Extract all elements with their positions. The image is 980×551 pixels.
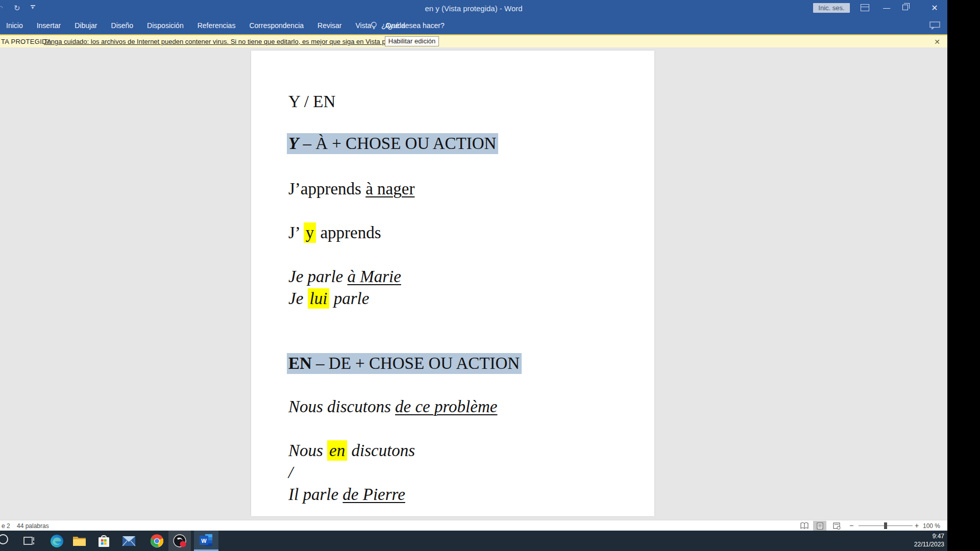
close-button[interactable]: ✕ (927, 2, 942, 14)
lightbulb-icon (371, 21, 377, 30)
taskbar-edge-button[interactable] (45, 531, 68, 551)
read-mode-icon (800, 522, 808, 529)
clock-date: 22/11/2023 (888, 540, 944, 548)
ribbon-tabs: Inicio Insertar Dibujar Diseño Disposici… (6, 17, 405, 34)
doc-line-example-1: J’apprends à nager (288, 178, 414, 200)
store-icon (97, 534, 110, 547)
zoom-level[interactable]: 100 % (923, 522, 940, 530)
tab-revisar[interactable]: Revisar (317, 21, 341, 30)
mail-icon (122, 536, 136, 546)
highlighted-text-run: lui (308, 288, 330, 309)
comment-bubble-icon[interactable] (929, 21, 940, 30)
doc-line-example-6: Nous en discutons (288, 440, 415, 462)
task-view-icon (23, 536, 36, 546)
taskbar-mail-button[interactable] (117, 531, 140, 551)
text-run: parle (329, 289, 369, 308)
web-layout-button[interactable] (830, 521, 843, 531)
chrome-icon (150, 534, 164, 548)
taskbar-file-explorer-button[interactable] (68, 531, 90, 551)
page-indicator[interactable]: e 2 (2, 522, 10, 530)
print-layout-button[interactable] (813, 521, 826, 531)
doc-line-heading-en: EN – DE + CHOSE OU ACTION (287, 353, 522, 374)
text-run: à nager (365, 180, 414, 198)
text-run: Il parle (288, 485, 342, 504)
text-run: Je parle (288, 267, 347, 286)
text-run: J’ (288, 223, 304, 242)
taskbar-store-button[interactable] (92, 531, 115, 551)
tab-diseno[interactable]: Diseño (111, 21, 134, 30)
document-area[interactable]: Y / EN Y – À + CHOSE OU ACTION J’apprend… (0, 47, 947, 520)
text-run: apprends (316, 223, 381, 242)
text-run: Nous (288, 441, 327, 460)
text-run: Y / EN (288, 92, 335, 111)
word-window: ↶ ↻ ▼ en y (Vista protegida) - Word Inic… (0, 0, 947, 551)
doc-line-heading-y: Y – À + CHOSE OU ACTION (287, 133, 498, 154)
text-run: Y (288, 134, 299, 153)
text-run: à Marie (347, 267, 401, 286)
search-icon (0, 533, 12, 548)
word-icon: W (199, 534, 213, 547)
taskbar-word-button[interactable]: W (194, 531, 218, 551)
ribbon-display-options-icon[interactable] (861, 4, 869, 11)
protected-view-message-link[interactable]: Tenga cuidado: los archivos de Internet … (44, 38, 411, 45)
tab-referencias[interactable]: Referencias (198, 21, 236, 30)
tell-me-label[interactable]: ¿Qué desea hacer? (381, 21, 445, 30)
doc-line-slash: / (288, 462, 293, 484)
enable-editing-button[interactable]: Habilitar edición (385, 36, 439, 46)
tab-inicio[interactable]: Inicio (6, 21, 23, 30)
title-bar: ↶ ↻ ▼ en y (Vista protegida) - Word Inic… (0, 0, 947, 17)
text-run: EN (288, 354, 312, 372)
screen-black-strip (947, 0, 980, 551)
taskbar-task-view-button[interactable] (18, 531, 41, 551)
taskbar-clock[interactable]: 9:47 22/11/2023 (888, 532, 944, 548)
doc-line-title: Y / EN (288, 91, 335, 113)
text-run: Nous discutons (288, 397, 395, 416)
highlighted-text-run: en (327, 440, 347, 461)
text-run: de ce problème (395, 397, 497, 416)
word-count[interactable]: 44 palabras (17, 522, 49, 530)
taskbar-search-button[interactable] (0, 531, 15, 551)
doc-line-example-5: Nous discutons de ce problème (288, 396, 497, 418)
tell-me-search[interactable]: ¿Qué desea hacer? (371, 17, 445, 34)
minimize-button[interactable]: — (880, 3, 893, 13)
text-run: – DE + CHOSE OU ACTION (312, 354, 520, 372)
text-run: de Pierre (342, 485, 405, 504)
zoom-slider-thumb[interactable] (884, 522, 887, 529)
taskbar-chrome-button[interactable] (145, 531, 168, 551)
tab-dibujar[interactable]: Dibujar (75, 21, 97, 30)
read-mode-button[interactable] (798, 521, 811, 531)
obs-icon (173, 534, 187, 548)
highlighted-text-run: y (304, 222, 316, 243)
status-bar: e 2 44 palabras (0, 520, 947, 531)
screen: ↶ ↻ ▼ en y (Vista protegida) - Word Inic… (0, 0, 980, 551)
doc-line-example-2: J’ y apprends (288, 222, 381, 244)
text-run: J’apprends (288, 180, 365, 198)
sign-in-button[interactable]: Inic. ses. (813, 3, 850, 13)
ribbon-tab-row: Inicio Insertar Dibujar Diseño Disposici… (0, 17, 947, 34)
taskbar: W 9:47 22/11/2023 (0, 531, 947, 551)
zoom-in-icon[interactable]: + (915, 521, 919, 530)
window-title: en y (Vista protegida) - Word (0, 0, 947, 17)
doc-line-example-7: Il parle de Pierre (288, 484, 405, 506)
doc-line-example-4: Je lui parle (288, 288, 369, 310)
edge-icon (50, 534, 64, 548)
tab-vista[interactable]: Vista (356, 21, 372, 30)
text-run: Je (288, 289, 308, 308)
text-run: discutons (347, 441, 415, 460)
doc-line-example-3: Je parle à Marie (288, 266, 401, 288)
tab-disposicion[interactable]: Disposición (147, 21, 184, 30)
protected-view-bar: TA PROTEGIDA Tenga cuidado: los archivos… (0, 34, 947, 47)
print-layout-icon (817, 522, 823, 530)
restore-button[interactable] (902, 5, 908, 10)
text-run: – À + CHOSE OU ACTION (299, 134, 496, 153)
taskbar-obs-button[interactable] (168, 531, 191, 551)
svg-text:W: W (201, 537, 207, 543)
tab-insertar[interactable]: Insertar (37, 21, 61, 30)
file-explorer-icon (72, 535, 86, 546)
protected-bar-close-icon[interactable]: ✕ (932, 37, 942, 47)
text-run: / (288, 463, 293, 482)
tab-correspondencia[interactable]: Correspondencia (249, 21, 304, 30)
zoom-out-icon[interactable]: − (849, 521, 853, 530)
web-layout-icon (833, 522, 841, 530)
clock-time: 9:47 (888, 532, 944, 540)
